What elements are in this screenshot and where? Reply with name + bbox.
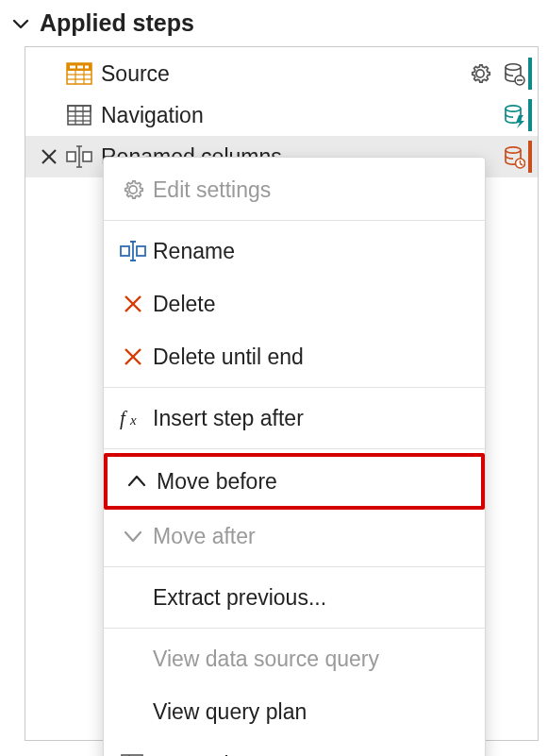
- data-source-status-icon: [500, 141, 532, 173]
- svg-point-9: [506, 64, 521, 70]
- applied-steps-header[interactable]: Applied steps: [4, 6, 539, 41]
- step-context-menu: Edit settings Rename Dele: [103, 157, 486, 756]
- step-label: Navigation: [95, 103, 500, 128]
- svg-text:f: f: [120, 407, 128, 429]
- rename-icon: [113, 240, 153, 262]
- gear-icon: [113, 177, 153, 202]
- menu-insert-step-after[interactable]: f x Insert step after: [104, 392, 485, 445]
- menu-rename[interactable]: Rename: [104, 225, 485, 277]
- svg-rect-3: [77, 66, 83, 69]
- menu-separator: [104, 566, 485, 567]
- rename-columns-icon: [63, 143, 95, 170]
- menu-edit-settings[interactable]: Edit settings: [104, 163, 485, 216]
- step-settings-button[interactable]: [468, 61, 492, 86]
- menu-view-query-plan[interactable]: View query plan: [104, 685, 485, 738]
- steps-list: Source: [25, 46, 539, 741]
- menu-label: Delete: [153, 292, 215, 317]
- svg-rect-23: [83, 152, 91, 161]
- section-title: Applied steps: [40, 9, 194, 37]
- delete-icon: [113, 294, 153, 314]
- step-row-navigation[interactable]: Navigation: [25, 94, 538, 136]
- step-row-source[interactable]: Source: [25, 53, 538, 94]
- menu-separator: [104, 448, 485, 449]
- svg-rect-22: [67, 152, 75, 161]
- svg-point-18: [506, 106, 521, 111]
- menu-separator: [104, 628, 485, 629]
- chevron-up-icon: [117, 471, 157, 492]
- source-table-icon: [63, 60, 95, 87]
- data-source-status-icon: [500, 99, 532, 131]
- menu-move-after[interactable]: Move after: [104, 510, 485, 563]
- menu-label: Rename: [153, 239, 235, 264]
- menu-extract-previous[interactable]: Extract previous...: [104, 571, 485, 624]
- data-source-status-icon: [500, 58, 532, 90]
- chevron-down-icon: [113, 526, 153, 546]
- delete-step-button[interactable]: [35, 147, 63, 166]
- svg-marker-19: [516, 115, 524, 128]
- svg-point-25: [506, 147, 521, 153]
- properties-icon: [113, 752, 153, 756]
- menu-separator: [104, 220, 485, 221]
- svg-rect-30: [137, 246, 145, 256]
- table-icon: [63, 102, 95, 128]
- menu-delete[interactable]: Delete: [104, 277, 485, 330]
- menu-view-data-source-query[interactable]: View data source query: [104, 632, 485, 685]
- step-label: Source: [95, 61, 468, 87]
- collapse-icon: [11, 14, 30, 33]
- menu-separator: [104, 387, 485, 388]
- svg-rect-29: [121, 246, 129, 256]
- svg-rect-2: [70, 66, 75, 69]
- menu-delete-until-end[interactable]: Delete until end: [104, 330, 485, 383]
- menu-label: Delete until end: [153, 344, 304, 370]
- menu-label: Extract previous...: [153, 585, 326, 611]
- menu-label: Edit settings: [153, 177, 271, 203]
- menu-label: View data source query: [153, 647, 379, 672]
- delete-icon: [113, 346, 153, 367]
- svg-rect-12: [68, 106, 91, 125]
- menu-properties[interactable]: Properties...: [104, 738, 485, 756]
- svg-rect-4: [85, 66, 89, 69]
- menu-label: View query plan: [153, 699, 307, 725]
- menu-label: Properties...: [153, 752, 270, 757]
- svg-text:x: x: [129, 412, 137, 428]
- menu-move-before[interactable]: Move before: [104, 453, 485, 510]
- menu-label: Insert step after: [153, 406, 304, 431]
- fx-icon: f x: [113, 407, 153, 429]
- menu-label: Move after: [153, 524, 256, 549]
- applied-steps-panel: Applied steps Source: [0, 0, 548, 750]
- menu-label: Move before: [157, 469, 277, 495]
